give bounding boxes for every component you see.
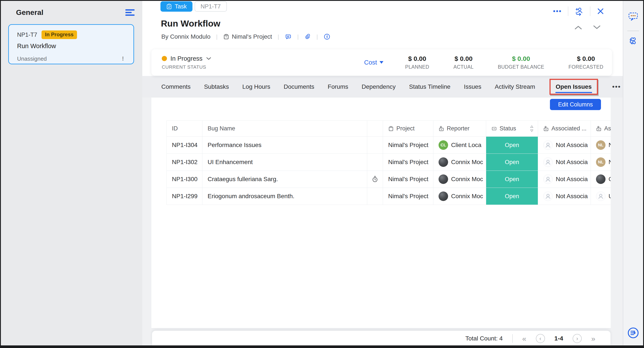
task-detail-header: Task NP1-T7 Run Workflow By Connix Modul… bbox=[142, 1, 623, 76]
person-icon bbox=[596, 126, 602, 132]
assoc2-value: Ni bbox=[608, 159, 611, 166]
close-icon[interactable] bbox=[596, 7, 605, 15]
status-dropdown[interactable]: In Progress bbox=[162, 55, 212, 62]
sort-icon bbox=[530, 125, 534, 132]
task-card-footer: Unassigned ! bbox=[17, 55, 125, 62]
caret-down-icon bbox=[380, 61, 384, 64]
avatar-photo bbox=[596, 174, 606, 184]
cost-metrics: Cost $ 0.00 PLANNED $ 0.00 ACTUAL $ 0.00… bbox=[364, 55, 612, 70]
more-tabs-button[interactable]: ••• bbox=[612, 83, 621, 90]
entity-pills: Task NP1-T7 bbox=[160, 1, 227, 12]
issues-table: ID Bug Name Project bbox=[166, 121, 611, 205]
page-range-label: 1-4 bbox=[554, 335, 563, 342]
bug-name[interactable]: Performance Issues bbox=[202, 137, 367, 154]
entity-id-pill[interactable]: NP1-T7 bbox=[195, 1, 227, 12]
col-header-bug-name[interactable]: Bug Name bbox=[202, 121, 367, 137]
edit-columns-button[interactable]: Edit Columns bbox=[550, 99, 601, 110]
tab-subtasks[interactable]: Subtasks bbox=[204, 83, 229, 90]
issue-id[interactable]: NP1-I299 bbox=[167, 188, 202, 205]
tab-content-area: Edit Columns ID Bug Name bbox=[142, 98, 623, 346]
col-header-status[interactable]: Status bbox=[486, 121, 538, 137]
project-clipboard-icon bbox=[388, 126, 394, 132]
next-page-button[interactable]: › bbox=[573, 334, 582, 343]
previous-page-button[interactable]: ‹ bbox=[536, 334, 545, 343]
rail-divider bbox=[627, 31, 639, 31]
activity-log-icon[interactable] bbox=[627, 327, 639, 339]
tab-comments[interactable]: Comments bbox=[161, 83, 190, 90]
project-cell: Nimal's Project bbox=[383, 188, 433, 205]
project-cell: Nimal's Project bbox=[383, 137, 433, 154]
page-title: Run Workflow bbox=[161, 18, 220, 29]
assoc2-value: Co bbox=[608, 176, 611, 183]
project-cell: Nimal's Project bbox=[383, 171, 433, 188]
issue-id[interactable]: NP1-I304 bbox=[167, 137, 202, 154]
table-row[interactable]: NP1-I300 Crataegus fulleriana Sarg. Nima… bbox=[167, 171, 611, 188]
avatar: CL bbox=[438, 140, 448, 150]
current-status-caption: CURRENT STATUS bbox=[162, 64, 212, 70]
sidebar: General NP1-T7 In Progress Run Workflow … bbox=[1, 1, 142, 346]
task-list-item[interactable]: NP1-T7 In Progress Run Workflow Unassign… bbox=[8, 24, 134, 64]
tab-log-hours[interactable]: Log Hours bbox=[242, 83, 270, 90]
project-link[interactable]: Nimal's Project bbox=[223, 33, 272, 40]
metric-forecasted: $ 0.00 FORECASTED bbox=[568, 55, 603, 70]
assoc2-value: Un bbox=[608, 193, 611, 200]
tab-status-timeline[interactable]: Status Timeline bbox=[409, 83, 450, 90]
associated-value: Not Associa bbox=[556, 142, 588, 149]
header-actions: ••• bbox=[553, 6, 605, 16]
assign-workflow-icon[interactable] bbox=[574, 6, 584, 16]
pagination-bar: Total Count: 4 « ‹ 1-4 › » bbox=[152, 331, 610, 346]
next-record-icon[interactable] bbox=[592, 25, 601, 30]
record-navigation bbox=[574, 25, 601, 30]
avatar-photo bbox=[438, 157, 448, 167]
col-header-associated[interactable]: Associated ... bbox=[538, 121, 591, 137]
info-icon[interactable] bbox=[324, 33, 330, 40]
table-row[interactable]: NP1-I299 Eriogonum androsaceum Benth. Ni… bbox=[167, 188, 611, 205]
last-page-button[interactable]: » bbox=[591, 335, 595, 343]
bug-name[interactable]: Crataegus fulleriana Sarg. bbox=[202, 171, 367, 188]
status-badge: Open bbox=[486, 137, 538, 154]
byline: By Connix Modulo | Nimal's Project | | bbox=[161, 33, 330, 40]
annotation-highlight-box: Open Issues bbox=[550, 79, 598, 95]
issue-id[interactable]: NP1-I302 bbox=[167, 154, 202, 171]
tab-activity-stream[interactable]: Activity Stream bbox=[495, 83, 535, 90]
tab-open-issues[interactable]: Open Issues bbox=[556, 83, 592, 90]
avatar: NL bbox=[596, 140, 606, 150]
more-actions-button[interactable]: ••• bbox=[553, 7, 562, 15]
table-row[interactable]: NP1-I304 Performance Issues Nimal's Proj… bbox=[167, 137, 611, 154]
chevron-down-icon bbox=[206, 57, 212, 60]
status-badge: Open bbox=[486, 188, 538, 205]
filter-menu-icon[interactable] bbox=[126, 9, 134, 16]
entity-type-pill[interactable]: Task bbox=[160, 1, 192, 12]
priority-icon: ! bbox=[122, 55, 125, 62]
reporter-name: Connix Moc bbox=[451, 176, 483, 183]
col-header-id[interactable]: ID bbox=[167, 121, 202, 137]
bug-name[interactable]: UI Enhancement bbox=[202, 154, 367, 171]
project-cell: Nimal's Project bbox=[383, 154, 433, 171]
tab-dependency[interactable]: Dependency bbox=[362, 83, 396, 90]
previous-record-icon[interactable] bbox=[574, 25, 582, 30]
task-id: NP1-T7 bbox=[17, 31, 37, 38]
avatar-photo bbox=[438, 191, 448, 201]
col-header-assoc2[interactable]: Ass bbox=[591, 121, 611, 137]
tab-issues[interactable]: Issues bbox=[464, 83, 482, 90]
cost-selector[interactable]: Cost bbox=[364, 59, 384, 66]
associated-value: Not Associa bbox=[556, 159, 588, 166]
attachment-icon[interactable] bbox=[304, 33, 311, 40]
task-title: Run Workflow bbox=[17, 42, 125, 50]
issue-id[interactable]: NP1-I300 bbox=[167, 171, 202, 188]
col-header-icon bbox=[367, 121, 383, 137]
feedback-chat-icon[interactable] bbox=[628, 11, 639, 22]
table-row[interactable]: NP1-I302 UI Enhancement Nimal's Project … bbox=[167, 154, 611, 171]
clover-apps-icon[interactable] bbox=[628, 35, 638, 46]
comments-icon[interactable] bbox=[285, 33, 292, 40]
task-card-header: NP1-T7 In Progress bbox=[17, 30, 125, 39]
tab-documents[interactable]: Documents bbox=[284, 83, 314, 90]
col-header-project[interactable]: Project bbox=[383, 121, 433, 137]
avatar-photo bbox=[438, 174, 448, 184]
col-header-reporter[interactable]: Reporter bbox=[433, 121, 486, 137]
status-badge: Open bbox=[486, 171, 538, 187]
first-page-button[interactable]: « bbox=[522, 335, 526, 343]
timer-icon bbox=[371, 175, 379, 183]
bug-name[interactable]: Eriogonum androsaceum Benth. bbox=[202, 188, 367, 205]
tab-forums[interactable]: Forums bbox=[328, 83, 348, 90]
